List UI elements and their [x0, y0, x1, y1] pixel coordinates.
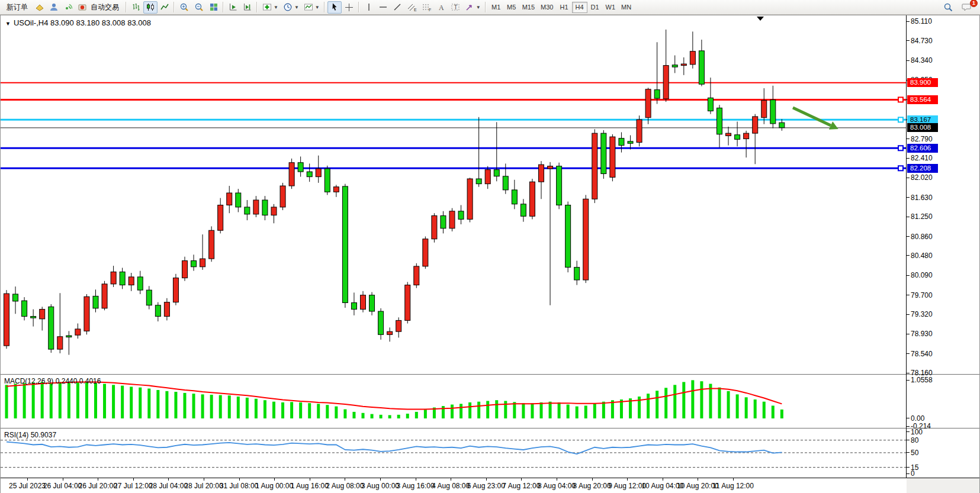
line-chart-icon[interactable] — [158, 1, 172, 14]
candles-chart-icon[interactable] — [143, 1, 158, 14]
price-tick — [906, 138, 910, 139]
rsi-chart[interactable] — [1, 430, 906, 477]
timeframe-H4[interactable]: H4 — [572, 2, 587, 13]
macd-tick — [906, 380, 910, 381]
svg-text:A: A — [439, 4, 444, 12]
price-tick — [906, 236, 910, 237]
search-icon[interactable] — [941, 1, 956, 14]
trend-arrow-annotation — [793, 108, 831, 125]
channel-tool[interactable]: E — [404, 1, 419, 14]
add-indicator-button[interactable]: ▼ — [260, 1, 281, 14]
horizontal-line-tool[interactable] — [376, 1, 390, 14]
toolbar-separator — [358, 2, 360, 12]
timeframe-M5[interactable]: M5 — [504, 2, 519, 13]
chevron-down-icon: ▼ — [476, 5, 481, 10]
time-axis-label: 8 Aug 20:00 — [573, 482, 611, 490]
time-scale[interactable]: 25 Jul 202326 Jul 04:0026 Jul 20:0027 Ju… — [1, 478, 979, 493]
chart-shift-icon[interactable] — [240, 1, 255, 14]
timeframe-M15[interactable]: M15 — [519, 2, 538, 13]
time-tick — [98, 478, 98, 481]
price-tick — [906, 178, 910, 178]
timeframe-H1[interactable]: H1 — [557, 2, 572, 13]
time-tick — [274, 478, 275, 481]
tile-windows-icon[interactable] — [207, 1, 221, 14]
price-chart-panel[interactable]: ▼USOil-,H4 83.090 83.180 83.008 83.008 — [1, 15, 906, 374]
rsi-scale-label: 80 — [911, 436, 918, 444]
vertical-line-tool[interactable] — [362, 1, 376, 14]
arrows-tool[interactable]: ▼ — [462, 1, 483, 14]
svg-text:T: T — [454, 4, 457, 11]
autoscroll-icon[interactable] — [226, 1, 240, 14]
signal-icon[interactable] — [61, 1, 75, 14]
macd-scale-label: 0.00 — [911, 414, 924, 423]
price-tick — [906, 40, 910, 41]
svg-text:F: F — [429, 8, 431, 12]
rsi-label: RSI(14) 50.9037 — [4, 431, 56, 439]
macd-panel[interactable]: MACD(12,26,9) 0.2440 0.4016 — [1, 376, 906, 428]
trendline-tool[interactable] — [390, 1, 404, 14]
price-level-badge: 83.900 — [907, 78, 938, 87]
fibonacci-tool[interactable]: F — [419, 1, 434, 14]
toolbar-right-group: 1 — [941, 1, 978, 14]
time-axis-label: 2 Aug 08:00 — [326, 482, 364, 490]
rsi-panel[interactable]: RSI(14) 50.9037 — [1, 430, 906, 477]
price-level-badge: 82.606 — [907, 144, 938, 153]
text-label-tool[interactable]: T — [448, 1, 462, 14]
time-axis-label: 28 Jul 20:00 — [184, 482, 223, 490]
time-tick — [733, 478, 734, 481]
price-tick — [906, 373, 910, 373]
time-tick — [239, 478, 240, 481]
macd-tick — [906, 426, 910, 427]
rsi-tick — [906, 452, 910, 453]
period-button[interactable]: ▼ — [281, 1, 301, 14]
text-tool[interactable]: A — [434, 1, 448, 14]
price-tick-label: 79.700 — [911, 291, 933, 299]
timeframe-MN[interactable]: MN — [618, 2, 634, 13]
macd-chart[interactable] — [1, 376, 906, 428]
rsi-scale-label: 50 — [911, 449, 918, 457]
bars-chart-icon[interactable] — [129, 1, 143, 14]
toolbar-separator — [126, 2, 127, 12]
chevron-down-icon: ▼ — [294, 5, 299, 10]
chevron-down-icon: ▼ — [274, 5, 278, 10]
cursor-tool[interactable] — [327, 1, 342, 14]
timeframe-W1[interactable]: W1 — [603, 2, 619, 13]
new-order-label: 新订单 — [4, 2, 30, 12]
time-tick — [416, 478, 416, 481]
timeframe-group: M1M5M15M30H1H4D1W1MN — [489, 2, 634, 13]
price-tick-label: 79.320 — [911, 310, 933, 318]
toolbar-separator — [485, 2, 487, 12]
time-axis-label: 27 Jul 12:00 — [114, 482, 152, 490]
time-axis-label: 1 Aug 00:00 — [255, 482, 293, 490]
notifications-button[interactable]: 1 — [959, 1, 975, 14]
axis-corner — [907, 478, 979, 493]
zoom-out-icon[interactable] — [192, 1, 207, 14]
candlestick-chart[interactable] — [1, 15, 906, 374]
autotrade-button[interactable]: 自动交易 — [75, 1, 124, 14]
price-tick — [906, 217, 910, 217]
timeframe-M30[interactable]: M30 — [538, 2, 556, 13]
time-axis-label: 3 Aug 16:00 — [397, 482, 435, 490]
price-tick-label: 80.090 — [911, 271, 933, 279]
zoom-in-icon[interactable] — [177, 1, 192, 14]
time-axis-label: 28 Jul 04:00 — [149, 482, 188, 490]
market-watch-icon[interactable] — [47, 1, 61, 14]
timeframe-D1[interactable]: D1 — [587, 2, 603, 13]
macd-tick — [906, 418, 910, 418]
rsi-tick — [906, 467, 910, 468]
new-order-button[interactable]: 新订单 — [2, 1, 33, 14]
time-tick — [204, 478, 204, 481]
toolbar-separator — [324, 2, 326, 12]
time-axis-label: 25 Jul 2023 — [9, 482, 46, 490]
price-tick-label: 84.730 — [911, 37, 933, 45]
price-tick — [906, 295, 910, 295]
template-button[interactable]: ▼ — [301, 1, 322, 14]
price-tick-label: 85.110 — [911, 17, 932, 25]
gold-bars-icon[interactable] — [33, 1, 47, 14]
time-tick — [168, 478, 169, 481]
time-axis-label: 3 Aug 00:00 — [361, 482, 399, 490]
crosshair-tool[interactable] — [342, 1, 356, 14]
time-tick — [486, 478, 487, 481]
timeframe-M1[interactable]: M1 — [489, 2, 504, 13]
ohlc-dropdown-icon[interactable]: ▼ — [5, 21, 11, 27]
